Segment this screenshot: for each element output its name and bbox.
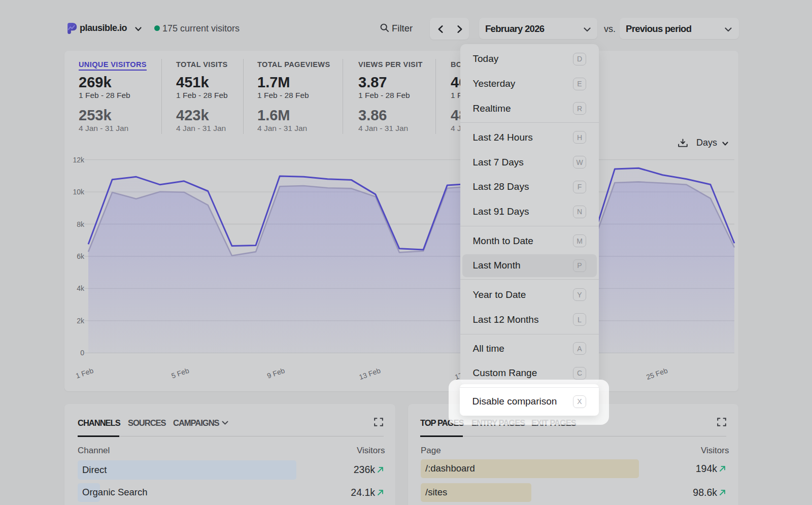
svg-text:5 Feb: 5 Feb <box>171 366 190 380</box>
svg-text:2k: 2k <box>77 317 85 325</box>
svg-text:0: 0 <box>80 349 84 357</box>
svg-text:1 Feb: 1 Feb <box>75 366 94 380</box>
svg-text:8k: 8k <box>77 220 85 228</box>
svg-text:4k: 4k <box>77 284 85 292</box>
svg-text:12k: 12k <box>73 156 85 164</box>
svg-text:13 Feb: 13 Feb <box>358 366 382 381</box>
svg-text:10k: 10k <box>73 188 85 196</box>
svg-text:25 Feb: 25 Feb <box>645 366 669 381</box>
svg-text:9 Feb: 9 Feb <box>266 366 286 380</box>
svg-text:6k: 6k <box>77 252 85 260</box>
